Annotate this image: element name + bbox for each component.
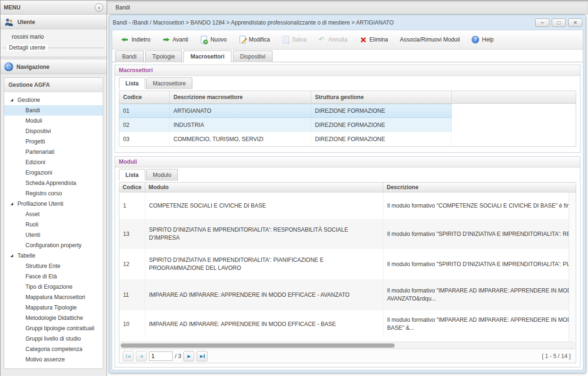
cell-descrizione: Il modulo formativo "SPIRITO D'INIZIATIV… xyxy=(383,219,569,249)
cell-codice: 12 xyxy=(119,249,145,279)
toolbar-button-label: Salva xyxy=(292,36,306,43)
page-range-label: [ 1 - 5 / 14 ] xyxy=(542,353,572,359)
navigation-section-header[interactable]: Navigazione xyxy=(0,59,107,74)
previous-page-button[interactable]: ◀ xyxy=(136,351,147,361)
tab-modulo[interactable]: Modulo xyxy=(146,169,178,181)
cell-modulo: COMPETENZE SOCIALI E CIVICHE DI BASE xyxy=(145,192,383,219)
user-details-area: rossini mario Dettagli utente xyxy=(0,29,107,56)
toolbar-button-avanti[interactable]: Avanti xyxy=(158,34,192,45)
page-number-input[interactable] xyxy=(149,351,173,361)
tree-item-erogazioni[interactable]: Erogazioni xyxy=(4,167,103,178)
toolbar-button-indietro[interactable]: Indietro xyxy=(117,34,155,45)
toolbar-button-label: Elimina xyxy=(370,36,388,43)
tree-item-registro-corso[interactable]: Registro corso xyxy=(4,188,103,199)
table-row[interactable]: 1COMPETENZE SOCIALI E CIVICHE DI BASEIl … xyxy=(119,192,569,219)
tab-dispositivi[interactable]: Dispositivi xyxy=(233,50,273,62)
last-page-button[interactable]: ▶ xyxy=(197,351,207,361)
sidebar-collapse-button[interactable]: ‹ xyxy=(95,3,103,12)
column-header-descrizione-macrosettore[interactable]: Descrizione macrosettore xyxy=(170,91,311,103)
table-row[interactable]: 02INDUSTRIADIREZIONE FORMAZIONE xyxy=(119,118,576,132)
tree-item-edizioni[interactable]: Edizioni xyxy=(4,157,103,167)
tab-bandi[interactable]: Bandi xyxy=(115,50,144,62)
tab-macrosettori[interactable]: Macrosettori xyxy=(183,50,232,62)
tree-item-categoria-competenza[interactable]: Categoria competenza xyxy=(4,344,103,354)
maximize-button[interactable]: □ xyxy=(552,18,566,27)
window-controls: − □ × xyxy=(535,18,582,27)
tree-item-gruppi-tipologie-contrattuali[interactable]: Gruppi tipologie contrattuali xyxy=(4,323,103,334)
column-header-codice[interactable]: Codice xyxy=(119,183,145,192)
tree-item-label: Tipo di Erogazione xyxy=(25,284,73,290)
cell-descrizione: INDUSTRIA xyxy=(170,118,311,132)
toolbar-button-elimina[interactable]: Elimina xyxy=(355,34,392,45)
toolbar-button-modifica[interactable]: Modifica xyxy=(234,34,274,45)
tree-item-ruoli[interactable]: Ruoli xyxy=(4,219,103,230)
tree-item-fasce-di-età[interactable]: Fasce di Età xyxy=(4,271,103,282)
cell-struttura-gestione: DIREZIONE FORMAZIONE xyxy=(311,132,452,146)
column-header-modulo[interactable]: Modulo xyxy=(145,183,383,192)
tree-item-progetti[interactable]: Progetti xyxy=(4,136,103,147)
user-details-label[interactable]: Dettagli utente xyxy=(7,44,48,51)
tree-expand-arrow-icon[interactable] xyxy=(10,202,13,205)
tree-item-configuration-property[interactable]: Configuration property xyxy=(4,240,103,251)
table-row[interactable]: 11IMPARARE AD IMPARARE: APPRENDERE IN MO… xyxy=(119,279,569,310)
table-row[interactable]: 10IMPARARE AD IMPARARE: APPRENDERE IN MO… xyxy=(119,310,569,338)
user-section-header[interactable]: Utente xyxy=(0,15,107,29)
moduli-grid: Codice Modulo Descrizione 1COMPETENZE SO… xyxy=(119,182,576,363)
tree-item-profilazione-utenti[interactable]: Profilazione Utenti xyxy=(4,199,103,209)
table-row[interactable]: 01ARTIGIANATODIREZIONE FORMAZIONE xyxy=(119,104,576,118)
tab-lista-moduli[interactable]: Lista xyxy=(119,169,145,181)
tree-item-metodologie-didattiche[interactable]: Metodologie Didattiche xyxy=(4,313,103,323)
tree-expand-arrow-icon[interactable] xyxy=(10,99,13,101)
tree-item-motivo-assenze[interactable]: Motivo assenze xyxy=(4,354,103,365)
tree-item-scheda-apprendista[interactable]: Scheda Apprendista xyxy=(4,178,103,188)
tree-item-tabelle[interactable]: Tabelle xyxy=(4,251,103,261)
tree-item-strutture-ente[interactable]: Strutture Ente xyxy=(4,261,103,271)
next-page-button[interactable]: ▶ xyxy=(183,351,194,361)
tree-item-gestione[interactable]: Gestione xyxy=(4,95,103,105)
cell-struttura-gestione: DIREZIONE FORMAZIONE xyxy=(311,118,452,132)
toolbar-button-annulla[interactable]: Annulla xyxy=(314,34,352,45)
first-page-button[interactable]: ◀ xyxy=(123,351,133,361)
horizontal-scrollbar[interactable] xyxy=(119,342,576,349)
window-titlebar[interactable]: Bandi - /Bandi / Macrosettori > BANDO 12… xyxy=(109,15,586,30)
tree-item-asset[interactable]: Asset xyxy=(4,209,103,219)
tree-item-label: Configuration property xyxy=(25,242,82,249)
pagination-bar: ◀ ◀ / 3 ▶ ▶ [ 1 - 5 / 14 ] xyxy=(119,349,576,363)
toolbar-button-help[interactable]: Help xyxy=(467,34,498,45)
tree-item-utenti[interactable]: Utenti xyxy=(4,230,103,240)
minimize-button[interactable]: − xyxy=(535,18,549,27)
tree-item-moduli[interactable]: Moduli xyxy=(4,116,103,126)
tab-lista-macrosettori[interactable]: Lista xyxy=(119,77,145,89)
outer-tab-bandi[interactable]: Bandi xyxy=(116,4,130,11)
tree-item-dispositivi[interactable]: Dispositivi xyxy=(4,126,103,136)
tree-item-mappatura-tipologie[interactable]: Mappatura Tipologie xyxy=(4,302,103,313)
table-row[interactable]: 13SPIRITO D'INIZIATIVA E IMPRENDITORIALI… xyxy=(119,219,569,249)
column-header-struttura-gestione[interactable]: Struttura gestione xyxy=(311,91,452,103)
column-header-codice[interactable]: Codice xyxy=(119,91,170,103)
toolbar-button-associa-rimuovi-moduli[interactable]: Associa/Rimuovi Moduli xyxy=(396,34,464,45)
macrosettori-grid: Codice Descrizione macrosettore Struttur… xyxy=(119,91,576,147)
tree-expand-arrow-icon[interactable] xyxy=(10,254,13,257)
tree-item-label: Motivo assenze xyxy=(25,356,65,363)
save-disk-icon xyxy=(282,36,290,43)
toolbar-button-salva[interactable]: Salva xyxy=(278,34,311,45)
tab-macrosettore[interactable]: Macrosettore xyxy=(146,77,192,89)
tab-tipologie[interactable]: Tipologie xyxy=(145,50,182,62)
horizontal-scrollbar-thumb[interactable] xyxy=(121,343,395,348)
tree-item-gruppi-livello-di-studio[interactable]: Gruppi livello di studio xyxy=(4,334,103,344)
toolbar-button-nuovo[interactable]: Nuovo xyxy=(196,34,231,45)
close-button[interactable]: × xyxy=(568,18,582,27)
column-header-filler xyxy=(452,91,576,103)
column-header-descrizione[interactable]: Descrizione xyxy=(383,183,576,192)
tree-item-mappatura-macrosettori[interactable]: Mappatura Macrosettori xyxy=(4,292,103,302)
tree-item-partenariati[interactable]: Partenariati xyxy=(4,147,103,157)
table-row[interactable]: 12SPIRITO D'INIZIATIVA E IMPRENDITORIALI… xyxy=(119,249,569,279)
cell-codice: 01 xyxy=(119,104,170,117)
tree-item-tipo-di-erogazione[interactable]: Tipo di Erogazione xyxy=(4,282,103,292)
cell-modulo: SPIRITO D'INIZIATIVA E IMPRENDITORIALITA… xyxy=(145,219,383,249)
tree-item-label: Bandi xyxy=(25,107,40,114)
vertical-scrollbar[interactable] xyxy=(569,192,576,342)
new-document-icon xyxy=(200,36,207,43)
tree-item-bandi[interactable]: Bandi xyxy=(4,105,103,116)
table-row[interactable]: 03COMMERCIO, TURISMO, SERVIZIDIREZIONE F… xyxy=(119,132,576,146)
